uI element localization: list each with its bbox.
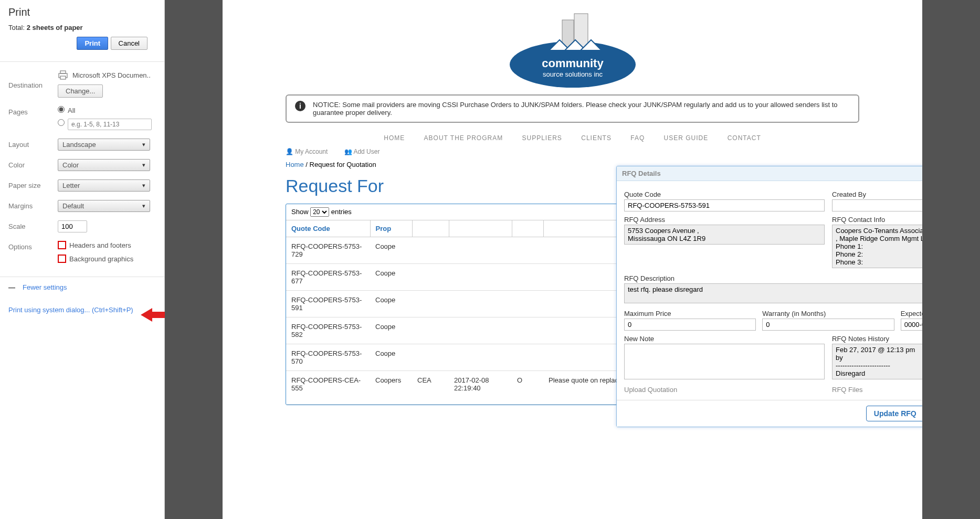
- nav-about[interactable]: ABOUT THE PROGRAM: [424, 134, 503, 142]
- svg-rect-1: [60, 71, 66, 73]
- breadcrumb-home[interactable]: Home: [286, 161, 304, 168]
- add-user-link[interactable]: 👥 Add User: [344, 148, 380, 155]
- change-destination-button[interactable]: Change...: [58, 84, 103, 98]
- quote-code-field[interactable]: [624, 199, 825, 211]
- pages-range-radio[interactable]: [58, 119, 65, 126]
- svg-text:community: community: [542, 57, 604, 70]
- pages-all-radio[interactable]: [58, 106, 65, 113]
- svg-rect-2: [60, 76, 66, 79]
- col-quote-code[interactable]: Quote Code: [286, 220, 370, 237]
- nav-suppliers[interactable]: SUPPLIERS: [522, 134, 562, 142]
- nav-home[interactable]: HOME: [384, 134, 405, 142]
- start-date-label: Expected Start Date: [901, 310, 922, 317]
- minus-icon: —: [8, 283, 15, 291]
- preview-page: community source solutions inc i NOTICE:…: [223, 0, 922, 519]
- rfq-address-label: RFQ Address: [624, 216, 825, 224]
- system-dialog-link[interactable]: Print using system dialog... (Ctrl+Shift…: [0, 298, 164, 322]
- scale-input[interactable]: [58, 220, 87, 232]
- notice-banner: i NOTICE: Some mail providers are moving…: [286, 94, 859, 123]
- printer-icon: [58, 70, 68, 81]
- max-price-field[interactable]: [624, 319, 756, 331]
- rfq-address-field[interactable]: [624, 225, 825, 245]
- color-label: Color: [8, 159, 58, 169]
- print-total: Total: 2 sheets of paper: [8, 24, 156, 31]
- paper-size-label: Paper size: [8, 179, 58, 189]
- color-select[interactable]: Color: [58, 159, 150, 171]
- background-graphics-checkbox[interactable]: [58, 255, 66, 263]
- nav-clients[interactable]: CLIENTS: [581, 134, 612, 142]
- nav-guide[interactable]: USER GUIDE: [664, 134, 709, 142]
- created-by-field[interactable]: [832, 199, 922, 211]
- rfq-files-label: RFQ Files: [832, 386, 922, 394]
- layout-label: Layout: [8, 139, 58, 149]
- start-date-field[interactable]: [901, 319, 922, 331]
- notes-history-label: RFQ Notes History: [832, 335, 922, 343]
- destination-value: Microsoft XPS Documen..: [72, 71, 151, 79]
- paper-size-select[interactable]: Letter: [58, 179, 150, 192]
- created-by-label: Created By: [832, 190, 922, 198]
- my-account-link[interactable]: 👤 My Account: [286, 148, 328, 155]
- print-button[interactable]: Print: [77, 37, 108, 50]
- rfq-description-label: RFQ Description: [624, 274, 922, 282]
- top-nav: HOME ABOUT THE PROGRAM SUPPLIERS CLIENTS…: [223, 131, 922, 145]
- quote-code-label: Quote Code: [624, 190, 825, 198]
- info-icon: i: [295, 101, 305, 111]
- col-property[interactable]: Prop: [370, 220, 412, 237]
- new-note-label: New Note: [624, 335, 825, 343]
- upload-quotation-label: Upload Quotation: [624, 386, 825, 394]
- cancel-button[interactable]: Cancel: [111, 37, 147, 50]
- rfq-details-modal: RFQ Details Quote Code Created By: [616, 166, 922, 427]
- warranty-field[interactable]: [762, 319, 894, 331]
- svg-marker-3: [141, 308, 167, 322]
- options-label: Options: [8, 241, 58, 251]
- nav-contact[interactable]: CONTACT: [728, 134, 761, 142]
- margins-select[interactable]: Default: [58, 200, 150, 212]
- entries-select[interactable]: 20: [310, 207, 329, 217]
- print-sidebar: Print Total: 2 sheets of paper Print Can…: [0, 0, 165, 519]
- scale-label: Scale: [8, 220, 58, 230]
- layout-select[interactable]: Landscape: [58, 139, 150, 151]
- svg-text:source solutions inc: source solutions inc: [542, 70, 603, 78]
- margins-label: Margins: [8, 200, 58, 210]
- destination-label: Destination: [8, 79, 58, 89]
- print-title: Print: [8, 6, 156, 18]
- update-rfq-button[interactable]: Update RFQ: [866, 406, 922, 421]
- rfq-contact-label: RFQ Contact Info: [832, 216, 922, 224]
- annotation-arrow-icon: [141, 307, 167, 325]
- account-bar: 👤 My Account 👥 Add User: [223, 145, 922, 158]
- modal-title: RFQ Details: [622, 170, 661, 177]
- print-preview-viewport: community source solutions inc i NOTICE:…: [165, 0, 980, 519]
- new-note-field[interactable]: [624, 344, 825, 379]
- nav-faq[interactable]: FAQ: [630, 134, 645, 142]
- rfq-description-field[interactable]: [624, 283, 922, 303]
- warranty-label: Warranty (in Months): [762, 310, 894, 317]
- headers-footers-checkbox[interactable]: [58, 241, 66, 249]
- rfq-contact-field[interactable]: [832, 225, 922, 268]
- pages-range-input[interactable]: [68, 119, 152, 130]
- max-price-label: Maximum Price: [624, 310, 756, 317]
- fewer-settings-link[interactable]: —Fewer settings: [0, 277, 164, 298]
- pages-label: Pages: [8, 106, 58, 116]
- logo: community source solutions inc: [223, 0, 922, 94]
- notes-history-field[interactable]: [832, 344, 922, 379]
